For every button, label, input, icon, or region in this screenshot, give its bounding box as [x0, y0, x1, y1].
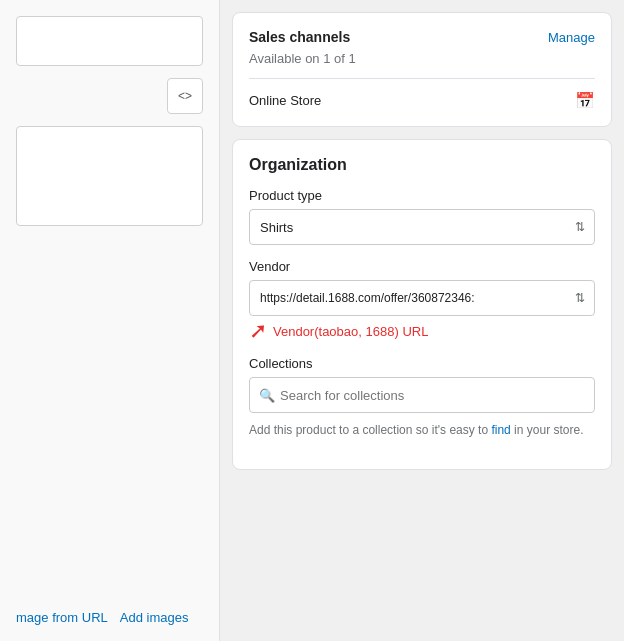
collections-label: Collections: [249, 356, 595, 371]
code-button[interactable]: <>: [167, 78, 203, 114]
vendor-input[interactable]: [249, 280, 595, 316]
annotation-text: Vendor(taobao, 1688) URL: [273, 324, 428, 339]
vendor-label: Vendor: [249, 259, 595, 274]
product-type-label: Product type: [249, 188, 595, 203]
red-arrow-icon: ➚: [249, 320, 267, 342]
vendor-group: Vendor ⇅ ➚ Vendor(taobao, 1688) URL: [249, 259, 595, 342]
organization-title: Organization: [249, 156, 595, 174]
organization-card: Organization Product type Shirts ⇅ Vendo…: [232, 139, 612, 470]
online-store-label: Online Store: [249, 93, 321, 108]
right-panel: Sales channels Manage Available on 1 of …: [220, 0, 624, 641]
manage-link[interactable]: Manage: [548, 30, 595, 45]
vendor-field-wrapper: ⇅: [249, 280, 595, 316]
left-input-box[interactable]: [16, 16, 203, 66]
divider: [249, 78, 595, 79]
product-type-group: Product type Shirts ⇅: [249, 188, 595, 245]
link-from-url[interactable]: mage from URL: [16, 610, 108, 625]
link-add-images[interactable]: Add images: [120, 610, 189, 625]
left-panel: <> mage from URL Add images: [0, 0, 220, 641]
left-placeholder-box: [16, 126, 203, 226]
annotation-row: ➚ Vendor(taobao, 1688) URL: [249, 320, 595, 342]
collections-group: Collections 🔍 Add this product to a coll…: [249, 356, 595, 439]
online-store-row: Online Store 📅: [249, 87, 595, 110]
available-text: Available on 1 of 1: [249, 51, 595, 66]
sales-channels-title: Sales channels: [249, 29, 350, 45]
calendar-icon[interactable]: 📅: [575, 91, 595, 110]
sales-channels-card: Sales channels Manage Available on 1 of …: [232, 12, 612, 127]
search-collections-wrapper: 🔍: [249, 377, 595, 413]
collections-hint: Add this product to a collection so it's…: [249, 421, 595, 439]
product-type-select[interactable]: Shirts: [249, 209, 595, 245]
product-type-select-wrapper: Shirts ⇅: [249, 209, 595, 245]
search-collections-input[interactable]: [249, 377, 595, 413]
left-links: mage from URL Add images: [16, 602, 203, 625]
